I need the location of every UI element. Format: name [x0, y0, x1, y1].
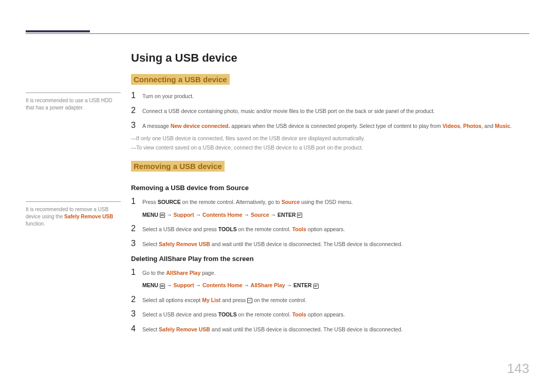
step-row: 3 Select a USB device and press TOOLS on… [131, 309, 529, 319]
sidenote-1: It is recommended to use a USB HDD that … [26, 92, 121, 111]
menu-icon: m [160, 284, 165, 289]
step-text: Select Safely Remove USB and wait until … [142, 326, 402, 334]
step-number: 4 [131, 324, 142, 333]
step-row: 4 Select Safely Remove USB and wait unti… [131, 324, 529, 334]
step-number: 2 [131, 224, 142, 233]
page-title: Using a USB device [131, 51, 529, 65]
step-text: Turn on your product. [142, 92, 194, 101]
section-removing: Removing a USB device Removing a USB dev… [131, 161, 529, 334]
step-number: 2 [131, 295, 142, 304]
step-row: 2 Select a USB device and press TOOLS on… [131, 224, 529, 234]
header-accent [26, 30, 90, 32]
sidebar: It is recommended to use a USB HDD that … [26, 51, 131, 344]
nav-path: MENU m → Support → Contents Home → Sourc… [142, 212, 529, 218]
note-line: To view content saved on a USB device, c… [131, 144, 529, 151]
menu-icon: m [160, 213, 165, 218]
note-line: If only one USB device is connected, fil… [131, 135, 529, 141]
step-row: 2 Connect a USB device containing photo,… [131, 106, 529, 116]
step-text: Select all options except My List and pr… [142, 296, 306, 305]
step-row: 1 Go to the AllShare Play page. [131, 268, 529, 277]
page-number: 143 [507, 361, 529, 377]
enter-icon: ↵ [247, 298, 252, 303]
step-number: 1 [131, 268, 142, 277]
step-number: 3 [131, 239, 142, 248]
main-content: Using a USB device Connecting a USB devi… [131, 51, 529, 344]
step-text: Select a USB device and press TOOLS on t… [142, 226, 345, 234]
step-number: 2 [131, 106, 142, 115]
step-number: 3 [131, 309, 142, 319]
step-row: 3 Select Safely Remove USB and wait unti… [131, 239, 529, 249]
step-text: Go to the AllShare Play page. [142, 269, 215, 277]
sidenote-2-c: function. [26, 221, 45, 227]
step-text: A message New device connected. appears … [142, 122, 512, 130]
subheading-delete-allshare: Deleting AllShare Play from the screen [131, 255, 529, 263]
sidenote-2-b: Safely Remove USB [64, 214, 113, 219]
step-number: 1 [131, 197, 142, 206]
step-row: 1 Turn on your product. [131, 91, 529, 101]
step-text: Connect a USB device containing photo, m… [142, 107, 435, 116]
step-text: Press SOURCE on the remote control. Alte… [142, 198, 353, 207]
sidenote-1-text: It is recommended to use a USB HDD that … [26, 98, 112, 110]
step-row: 3 A message New device connected. appear… [131, 121, 529, 130]
subheading-remove-source: Removing a USB device from Source [131, 184, 529, 192]
section-connecting: Connecting a USB device 1 Turn on your p… [131, 74, 529, 151]
page: It is recommended to use a USB HDD that … [0, 0, 555, 365]
step-number: 1 [131, 91, 142, 100]
heading-connecting: Connecting a USB device [131, 74, 230, 85]
step-text: Select a USB device and press TOOLS on t… [142, 311, 345, 319]
step-row: 2 Select all options except My List and … [131, 295, 529, 305]
step-row: 1 Press SOURCE on the remote control. Al… [131, 197, 529, 207]
heading-removing: Removing a USB device [131, 161, 225, 172]
enter-icon: ↵ [297, 213, 302, 218]
step-text: Select Safely Remove USB and wait until … [142, 240, 402, 249]
step-number: 3 [131, 121, 142, 130]
header-rule [26, 33, 529, 34]
enter-icon: ↵ [313, 284, 319, 289]
nav-path: MENU m → Support → Contents Home → AllSh… [142, 282, 529, 288]
sidenote-2: It is recommended to remove a USB device… [26, 201, 121, 228]
